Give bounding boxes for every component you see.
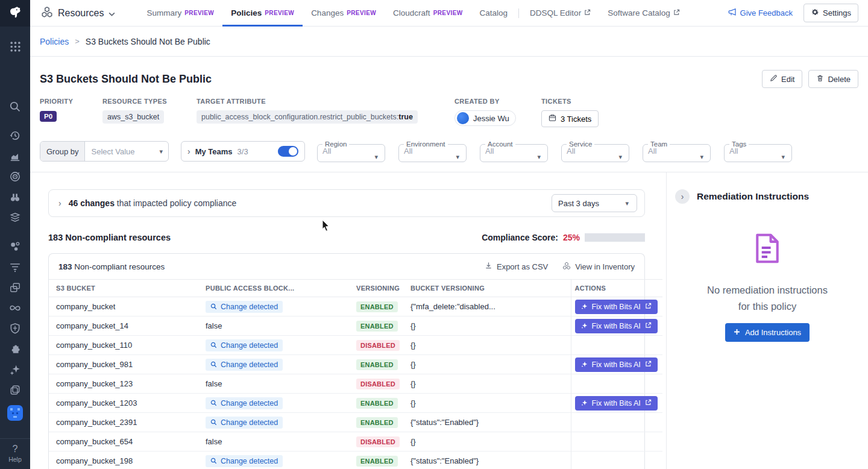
metrics-chart-icon[interactable] bbox=[0, 146, 30, 166]
delete-button[interactable]: Delete bbox=[808, 70, 858, 88]
created-by-chip[interactable]: Jessie Wu bbox=[454, 110, 516, 126]
bucket-name: company_bucket_1203 bbox=[49, 394, 198, 413]
public-access-cell: Change detected bbox=[198, 336, 349, 355]
actions-cell: Fix with Bits AI bbox=[571, 355, 662, 374]
history-icon[interactable] bbox=[0, 125, 30, 146]
infrastructure-layers-icon[interactable] bbox=[0, 207, 30, 228]
add-instructions-button[interactable]: Add Instructions bbox=[725, 323, 810, 342]
table-row: company_bucket_14falseENABLED{}Fix with … bbox=[49, 316, 662, 336]
give-feedback-button[interactable]: Give Feedback bbox=[728, 8, 793, 18]
product-switcher[interactable]: Resources bbox=[41, 6, 115, 20]
my-teams-count: 3/3 bbox=[237, 147, 248, 156]
fix-with-bits-ai-button[interactable]: Fix with Bits AI bbox=[575, 300, 658, 314]
table-header-row: S3 BUCKETPUBLIC ACCESS BLOCK...VERSIONIN… bbox=[49, 280, 662, 297]
tab-policies[interactable]: PoliciesPREVIEW bbox=[222, 0, 303, 27]
product-name: Resources bbox=[58, 8, 104, 19]
watchdog-binoculars-icon[interactable] bbox=[0, 187, 30, 207]
content-left: › 46 changes that impacted policy compli… bbox=[30, 172, 666, 469]
tab-cloudcraft[interactable]: CloudcraftPREVIEW bbox=[385, 0, 471, 27]
time-range-select[interactable]: Past 3 days ▾ bbox=[552, 194, 637, 212]
compliance-score: Compliance Score: 25% bbox=[482, 233, 645, 242]
versioning-cell: ENABLED bbox=[349, 413, 403, 432]
breadcrumb-policies-link[interactable]: Policies bbox=[40, 37, 69, 46]
top-nav: Resources SummaryPREVIEWPoliciesPREVIEWC… bbox=[30, 0, 868, 27]
change-detected-link[interactable]: Change detected bbox=[206, 455, 283, 467]
group-by-select[interactable]: Group by Select Value ▾ bbox=[40, 141, 169, 162]
versioning-cell: ENABLED bbox=[349, 316, 403, 336]
tab-catalog[interactable]: Catalog bbox=[471, 0, 517, 27]
fix-with-bits-ai-button[interactable]: Fix with Bits AI bbox=[575, 357, 658, 372]
left-sidebar: ? Help bbox=[0, 0, 30, 469]
filter-select-region[interactable]: RegionAll▾ bbox=[317, 140, 385, 162]
my-teams-toggle[interactable] bbox=[278, 146, 298, 157]
tab-software-catalog[interactable]: Software Catalog bbox=[599, 0, 688, 27]
target-attribute-pill: public_access_block_configuration.restri… bbox=[197, 110, 418, 124]
table-row: company_bucket_654falseDISABLED{} bbox=[49, 432, 662, 452]
bucket-name: company_bucket_110 bbox=[49, 336, 198, 355]
versioning-cell: DISABLED bbox=[349, 432, 403, 452]
change-detected-link[interactable]: Change detected bbox=[206, 359, 283, 371]
settings-button[interactable]: Settings bbox=[804, 4, 858, 22]
log-filter-icon[interactable] bbox=[0, 257, 30, 277]
app-windows-icon[interactable] bbox=[0, 277, 30, 298]
change-detected-link[interactable]: Change detected bbox=[206, 301, 283, 313]
remediation-empty-text: No remediation instructions for this pol… bbox=[707, 282, 828, 315]
table-body: company_bucketChange detectedENABLED{"mf… bbox=[49, 297, 662, 469]
resources-table: S3 BUCKETPUBLIC ACCESS BLOCK...VERSIONIN… bbox=[49, 279, 662, 469]
duplicate-squares-icon[interactable] bbox=[0, 380, 30, 400]
integrations-link-icon[interactable] bbox=[0, 298, 30, 318]
actions-cell bbox=[571, 413, 662, 432]
tickets-button[interactable]: 3 Tickets bbox=[541, 110, 599, 127]
search-icon[interactable] bbox=[0, 96, 30, 117]
column-header: PUBLIC ACCESS BLOCK... bbox=[198, 280, 349, 297]
fix-with-bits-ai-button[interactable]: Fix with Bits AI bbox=[575, 396, 658, 411]
versioning-badge: ENABLED bbox=[356, 456, 398, 467]
edit-button[interactable]: Edit bbox=[762, 70, 802, 88]
download-icon bbox=[485, 262, 492, 271]
bucket-versioning-value: {"status":"Enabled"} bbox=[403, 452, 571, 469]
filter-select-environment[interactable]: EnvironmentAll▾ bbox=[398, 140, 467, 162]
bucket-versioning-value: {} bbox=[403, 374, 571, 394]
bits-ai-icon[interactable] bbox=[0, 403, 30, 423]
changes-panel[interactable]: › 46 changes that impacted policy compli… bbox=[48, 189, 645, 217]
help-label: Help bbox=[8, 456, 22, 463]
tab-summary[interactable]: SummaryPREVIEW bbox=[138, 0, 222, 27]
chevron-right-icon: › bbox=[187, 146, 190, 156]
filter-select-service[interactable]: ServiceAll▾ bbox=[561, 140, 629, 162]
security-shield-icon[interactable] bbox=[0, 318, 30, 339]
nav-tabs: SummaryPREVIEWPoliciesPREVIEWChangesPREV… bbox=[138, 0, 688, 27]
filter-select-tags[interactable]: TagsAll▾ bbox=[724, 140, 792, 162]
change-detected-link[interactable]: Change detected bbox=[206, 397, 283, 409]
change-detected-link[interactable]: Change detected bbox=[206, 417, 283, 429]
export-csv-button[interactable]: Export as CSV bbox=[485, 262, 548, 272]
pencil-icon bbox=[770, 74, 778, 84]
resource-type-pill[interactable]: aws_s3_bucket bbox=[102, 110, 164, 124]
page-title: S3 Buckets Should Not Be Public bbox=[40, 73, 212, 86]
versioning-badge: ENABLED bbox=[356, 321, 398, 332]
fix-with-bits-ai-button[interactable]: Fix with Bits AI bbox=[575, 319, 658, 333]
my-teams-control[interactable]: › My Teams 3/3 bbox=[181, 141, 305, 162]
monitors-target-icon[interactable] bbox=[0, 166, 30, 187]
avatar bbox=[457, 112, 469, 124]
help-button[interactable]: ? Help bbox=[0, 438, 30, 469]
versioning-cell: DISABLED bbox=[349, 374, 403, 394]
bucket-versioning-value: {} bbox=[403, 394, 571, 413]
ai-sparkles-icon[interactable] bbox=[0, 359, 30, 380]
bucket-versioning-value: {"mfa_delete:"disabled... bbox=[403, 297, 571, 316]
external-link-icon bbox=[645, 399, 652, 408]
filter-select-account[interactable]: AccountAll▾ bbox=[480, 140, 548, 162]
collapse-panel-button[interactable]: › bbox=[675, 189, 690, 204]
caret-down-icon: ▾ bbox=[159, 148, 163, 156]
compliance-value: 25% bbox=[563, 233, 580, 242]
plugin-puzzle-icon[interactable] bbox=[0, 339, 30, 359]
datadog-logo-icon[interactable] bbox=[0, 0, 30, 27]
change-detected-link[interactable]: Change detected bbox=[206, 339, 283, 351]
tab-ddsql-editor[interactable]: DDSQL Editor bbox=[521, 0, 599, 27]
apps-grid-icon[interactable] bbox=[0, 36, 30, 57]
view-in-inventory-button[interactable]: View in Inventory bbox=[562, 262, 635, 272]
external-link-icon bbox=[673, 8, 680, 17]
processes-dots-icon[interactable] bbox=[0, 236, 30, 257]
versioning-badge: ENABLED bbox=[356, 359, 398, 370]
filter-select-team[interactable]: TeamAll▾ bbox=[643, 140, 711, 162]
tab-changes[interactable]: ChangesPREVIEW bbox=[303, 0, 385, 27]
